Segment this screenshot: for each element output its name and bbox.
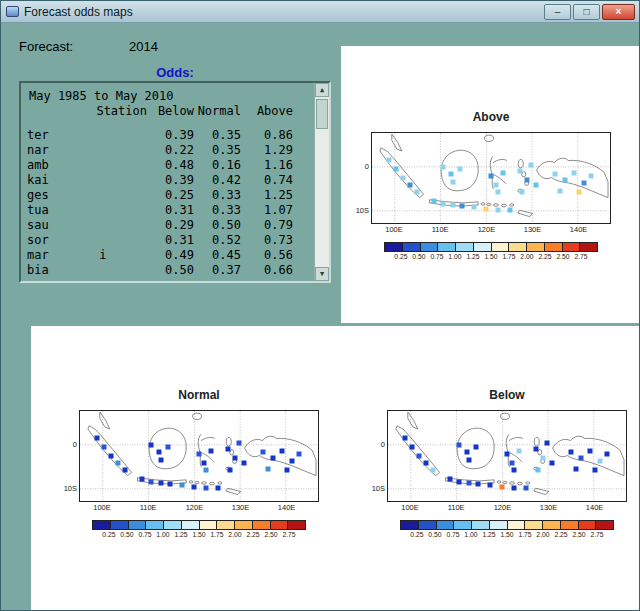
odds-table-row: tua0.310.331.07	[21, 203, 329, 218]
colorbar-segment	[437, 243, 455, 251]
window-title: Forecast odds maps	[24, 5, 133, 19]
colorbar-tick-label: 2.50	[572, 531, 585, 538]
station-marker	[201, 461, 206, 466]
station-marker	[424, 461, 429, 466]
station-marker	[270, 455, 275, 460]
colorbar-segment	[181, 521, 199, 529]
scrollbar-thumb[interactable]	[316, 99, 328, 129]
lon-label: 110E	[140, 503, 157, 512]
station-marker	[476, 481, 481, 486]
odds-table-header: Station Below Normal Above	[21, 104, 329, 119]
station-marker	[472, 204, 477, 209]
odds-heading: Odds:	[19, 65, 331, 80]
station-marker	[464, 450, 469, 455]
lat-label-0: 0	[381, 440, 385, 449]
station-marker	[216, 485, 221, 490]
colorbar-tick-label: 2.25	[246, 531, 259, 538]
station-marker	[550, 461, 555, 466]
colorbar-segment	[524, 521, 542, 529]
odds-table-body: ter0.390.350.86nar0.220.351.29amb0.480.1…	[21, 128, 329, 278]
colorbar-tick-label: 1.00	[156, 531, 169, 538]
colorbar-ticks-above: 0.250.500.751.001.251.501.752.002.252.50…	[383, 253, 599, 263]
station-marker	[500, 170, 505, 175]
odds-table-row: ges0.250.331.25	[21, 188, 329, 203]
station-marker	[460, 203, 465, 208]
lon-label: 140E	[586, 503, 604, 512]
station-marker	[519, 190, 524, 195]
window-titlebar[interactable]: Forecast odds maps – □ ×	[1, 1, 639, 23]
odds-table-panel: May 1985 to May 2010 Station Below Norma…	[19, 81, 331, 283]
station-marker	[540, 455, 545, 460]
colorbar-tick-label: 1.00	[464, 531, 477, 538]
odds-scrollbar[interactable]: ▲ ▼	[314, 83, 329, 281]
colorbar-above	[384, 242, 598, 252]
column-header-normal: Normal	[194, 104, 241, 119]
lon-label: 110E	[448, 503, 465, 512]
map-title-below: Below	[387, 388, 627, 402]
station-marker	[593, 468, 598, 473]
plot-panel-above: Above 0 10S 100E110E120E130E140E 0.250.5…	[341, 46, 640, 323]
station-marker	[408, 183, 413, 188]
minimize-button[interactable]: –	[544, 4, 571, 20]
maximize-button[interactable]: □	[573, 4, 600, 20]
scroll-up-icon[interactable]: ▲	[315, 83, 329, 97]
colorbar-segment	[526, 243, 544, 251]
station-marker	[266, 466, 271, 471]
colorbar-segment	[455, 243, 473, 251]
station-marker	[415, 190, 420, 195]
lat-label-10s: 10S	[372, 484, 385, 493]
lon-label: 130E	[524, 225, 542, 234]
lon-axis-labels: 100E110E120E130E140E	[371, 225, 611, 235]
lat-label-0: 0	[73, 440, 77, 449]
colorbar-segment	[402, 243, 420, 251]
map-frame-normal: 0 10S	[79, 410, 319, 502]
station-marker	[458, 167, 463, 172]
colorbar-segment	[234, 521, 252, 529]
lat-label-10s: 10S	[64, 484, 77, 493]
station-marker	[569, 450, 574, 455]
station-marker	[500, 484, 505, 489]
station-marker	[166, 445, 171, 450]
station-marker	[517, 168, 522, 173]
app-icon	[6, 6, 19, 17]
station-marker	[431, 199, 436, 204]
colorbar-normal	[92, 520, 306, 530]
station-marker	[289, 459, 294, 464]
colorbar-tick-label: 2.25	[554, 531, 567, 538]
station-marker	[496, 208, 501, 213]
colorbar-segment	[163, 521, 181, 529]
colorbar-segment	[93, 521, 110, 529]
colorbar-ticks-normal: 0.250.500.751.001.251.501.752.002.252.50…	[91, 531, 307, 541]
lon-axis-labels: 100E110E120E130E140E	[79, 503, 319, 513]
colorbar-segment	[145, 521, 163, 529]
station-marker	[123, 468, 128, 473]
station-marker	[457, 443, 462, 448]
station-marker	[466, 457, 471, 462]
colorbar-segment	[418, 521, 436, 529]
station-marker	[386, 158, 391, 163]
colorbar-tick-label: 2.75	[590, 531, 603, 538]
station-marker	[588, 174, 593, 179]
scroll-down-icon[interactable]: ▼	[315, 267, 329, 281]
odds-period: May 1985 to May 2010	[21, 89, 329, 104]
station-marker	[232, 455, 237, 460]
station-marker	[431, 468, 436, 473]
station-marker	[450, 179, 455, 184]
colorbar-segment	[199, 521, 217, 529]
station-marker	[597, 459, 602, 464]
colorbar-segment	[436, 521, 454, 529]
station-marker	[158, 481, 163, 486]
colorbar-tick-label: 2.00	[520, 253, 533, 260]
station-marker	[158, 457, 163, 462]
colorbar-tick-label: 1.25	[482, 531, 495, 538]
close-button[interactable]: ×	[602, 4, 635, 20]
odds-table-row: ter0.390.350.86	[21, 128, 329, 143]
station-marker	[409, 445, 414, 450]
station-marker	[180, 482, 185, 487]
station-marker	[448, 172, 453, 177]
station-marker	[484, 206, 489, 211]
station-marker	[450, 203, 455, 208]
colorbar-segment	[595, 521, 613, 529]
colorbar-segment	[110, 521, 128, 529]
odds-table-row: bia0.500.370.66	[21, 263, 329, 278]
